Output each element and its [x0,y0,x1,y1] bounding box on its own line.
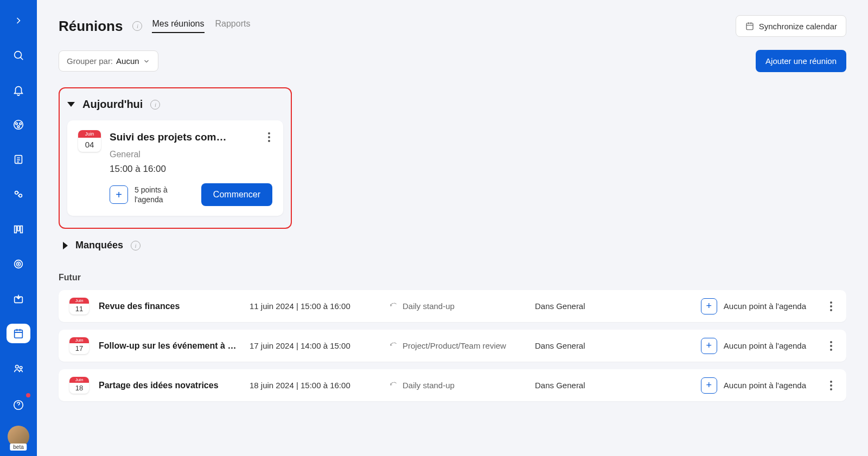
sidebar-team-icon[interactable] [7,358,30,378]
calendar-badge-day: 18 [69,383,89,394]
svg-rect-15 [15,330,23,338]
calendar-badge-day: 04 [78,138,101,152]
sync-calendar-button[interactable]: Synchronize calendar [736,15,846,37]
meeting-recurrence: Daily stand-up [390,381,525,390]
agenda-text: Aucun point à l'agenda [724,341,806,350]
svg-rect-10 [21,226,23,233]
sidebar-search-icon[interactable] [7,46,30,65]
add-agenda-button[interactable]: + [701,298,717,314]
agenda-text: Aucun point à l'agenda [724,381,806,390]
missed-section-title: Manquées [75,240,123,251]
calendar-badge: Juin 04 [78,130,101,206]
future-section-title: Futur [59,273,846,282]
meeting-recurrence: Project/Product/Team review [390,341,525,350]
future-meeting-row[interactable]: Juin 18 Partage des idées novatrices 18 … [59,369,846,401]
add-meeting-button[interactable]: Ajouter une réunion [756,50,846,72]
calendar-badge-day: 11 [69,304,89,314]
group-by-value: Aucun [116,56,139,66]
svg-point-13 [18,264,19,265]
info-icon[interactable]: i [131,241,141,251]
meeting-datetime: 11 juin 2024 | 15:00 à 16:00 [250,301,380,311]
more-icon[interactable] [827,338,835,354]
sidebar-inbox-icon[interactable] [7,289,30,309]
sidebar-help-icon[interactable] [7,393,30,417]
agenda-count: 5 points à l'agenda [135,185,195,204]
sidebar-bell-icon[interactable] [7,80,30,100]
sidebar: beta [0,0,37,456]
page-header: Réunions i Mes réunions Rapports Synchro… [59,15,846,37]
tab-reports[interactable]: Rapports [215,19,251,33]
more-icon[interactable] [827,377,835,394]
add-agenda-button[interactable]: + [110,185,128,204]
svg-rect-19 [746,23,753,30]
svg-rect-9 [17,226,20,230]
today-section-header[interactable]: Aujourd'hui i [67,98,283,111]
beta-tag: beta [10,444,27,451]
sidebar-dashboard-icon[interactable] [7,115,30,134]
group-by-dropdown[interactable]: Grouper par: Aucun [59,50,158,72]
meeting-time: 15:00 à 16:00 [110,164,272,175]
meeting-space: General [110,150,272,159]
more-icon[interactable] [266,130,272,144]
today-highlight-box: Aujourd'hui i Juin 04 Suivi des projets … [59,87,292,229]
meeting-datetime: 17 juin 2024 | 14:00 à 15:00 [250,341,380,350]
missed-section-header[interactable]: Manquées i [59,240,846,251]
agenda-text: Aucun point à l'agenda [724,301,806,311]
sidebar-target-icon[interactable] [7,254,30,274]
toolbar: Grouper par: Aucun Ajouter une réunion [59,50,846,72]
info-icon[interactable]: i [132,21,142,31]
svg-point-17 [20,367,22,369]
calendar-badge: Juin 11 [69,298,89,314]
calendar-badge: Juin 17 [69,337,89,354]
tab-my-meetings[interactable]: Mes réunions [152,19,204,33]
future-meeting-row[interactable]: Juin 17 Follow-up sur les événement à or… [59,330,846,362]
add-agenda-button[interactable]: + [701,338,717,354]
calendar-badge-month: Juin [78,130,101,138]
svg-rect-8 [15,226,17,233]
calendar-badge-month: Juin [69,337,89,343]
svg-point-0 [15,52,22,59]
svg-point-11 [15,260,23,268]
meeting-datetime: 18 juin 2024 | 15:00 à 16:00 [250,381,380,390]
notification-dot [25,392,31,399]
svg-point-6 [15,191,18,194]
svg-point-2 [16,123,18,125]
meeting-title: Follow-up sur les événement à organ… [99,341,240,351]
meeting-card[interactable]: Juin 04 Suivi des projets comm… General … [67,120,283,216]
meeting-title: Revue des finances [99,301,240,311]
info-icon[interactable]: i [150,100,160,110]
sidebar-notes-icon[interactable] [7,150,30,169]
sync-calendar-label: Synchronize calendar [759,22,837,31]
calendar-badge-month: Juin [69,298,89,304]
page-title: Réunions [59,18,123,35]
meeting-space: Dans General [535,301,643,311]
future-meeting-row[interactable]: Juin 11 Revue des finances 11 juin 2024 … [59,290,846,322]
group-by-label: Grouper par: [67,56,113,66]
add-agenda-button[interactable]: + [701,377,717,394]
today-section-title: Aujourd'hui [82,98,143,111]
svg-point-7 [19,194,22,197]
chevron-down-icon[interactable] [67,102,75,107]
more-icon[interactable] [827,298,835,314]
svg-point-12 [16,262,20,266]
calendar-badge-month: Juin [69,377,89,383]
meeting-space: Dans General [535,381,643,390]
future-section: Futur Juin 11 Revue des finances 11 juin… [59,273,846,401]
svg-point-3 [20,123,22,125]
start-meeting-button[interactable]: Commencer [201,183,272,206]
calendar-badge: Juin 18 [69,377,89,394]
meeting-space: Dans General [535,341,643,350]
sidebar-calendar-icon[interactable] [7,324,30,343]
sidebar-board-icon[interactable] [7,220,30,239]
sidebar-collapse-toggle[interactable] [7,11,30,30]
meeting-title: Suivi des projets comm… [110,131,229,143]
chevron-right-icon[interactable] [63,242,68,249]
main-content: Réunions i Mes réunions Rapports Synchro… [37,0,868,456]
avatar[interactable]: beta [8,426,29,447]
calendar-badge-day: 17 [69,343,89,354]
svg-point-4 [17,126,20,128]
meeting-recurrence: Daily stand-up [390,301,525,311]
sidebar-people-icon[interactable] [7,184,30,204]
meeting-title: Partage des idées novatrices [99,381,240,390]
tabs: Mes réunions Rapports [152,19,250,33]
